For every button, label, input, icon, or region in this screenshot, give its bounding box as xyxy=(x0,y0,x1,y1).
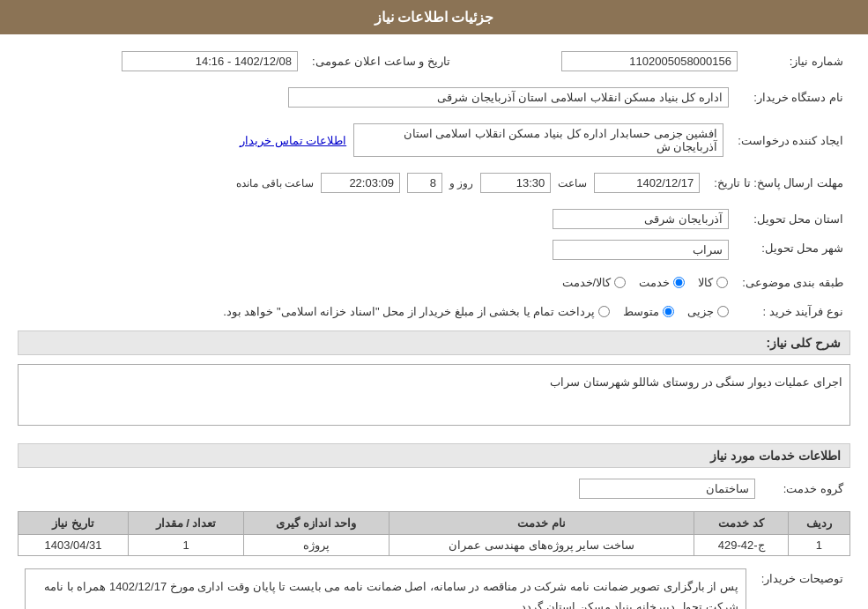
radio-motevaset[interactable]: متوسط xyxy=(623,305,674,318)
page-header: جزئیات اطلاعات نیاز xyxy=(0,0,868,34)
saat-value: 13:30 xyxy=(480,173,551,193)
rooz-label: روز و xyxy=(449,177,473,189)
col-tedad: تعداد / مقدار xyxy=(129,512,244,535)
sharh-section-title: شرح کلی نیاز: xyxy=(18,330,850,355)
grooh-label: گروه خدمت: xyxy=(762,475,850,502)
cell-vahed: پروژه xyxy=(243,535,389,556)
ettelaat-tamas-link[interactable]: اطلاعات تماس خریدار xyxy=(240,134,346,147)
sharh-value: اجرای عملیات دیوار سنگی در روستای شاللو … xyxy=(18,364,850,426)
col-radif: ردیف xyxy=(788,512,849,535)
cell-kod: ج-42-429 xyxy=(694,535,788,556)
shahr-value: سراب xyxy=(553,240,729,260)
ijad-konande-value: افشین جزمی حسابدار اداره کل بنیاد مسکن ا… xyxy=(353,123,723,157)
shomare-niaz-label: شماره نیاز: xyxy=(745,48,850,75)
grooh-value: ساختمان xyxy=(579,479,755,499)
baqi-label: ساعت باقی مانده xyxy=(236,177,314,189)
radio-jozii[interactable]: جزیی xyxy=(687,305,729,318)
ostan-label: استان محل تحویل: xyxy=(736,205,850,233)
mohlat-label: مهلت ارسال پاسخ: تا تاریخ: xyxy=(707,169,850,197)
rooz-value: 8 xyxy=(407,173,442,193)
tarikh-elaan-value: 1402/12/08 - 14:16 xyxy=(122,51,298,71)
radio-kala[interactable]: کالا xyxy=(698,276,728,289)
ostan-value: آذربایجان شرقی xyxy=(553,209,729,229)
tabaqe-label: طبقه بندی موضوعی: xyxy=(735,272,850,293)
ijad-konande-label: ایجاد کننده درخواست: xyxy=(731,120,850,160)
shahr-label: شهر محل تحویل: xyxy=(736,233,850,264)
khadamat-section-title: اطلاعات خدمات مورد نیاز xyxy=(18,443,850,468)
col-nam: نام خدمت xyxy=(389,512,694,535)
radio-kala-khedmat[interactable]: کالا/خدمت xyxy=(562,276,627,289)
radio-khedmat[interactable]: خدمت xyxy=(639,276,685,289)
tarikh-value: 1402/12/17 xyxy=(594,173,700,193)
tarikh-elaan-label: تاریخ و ساعت اعلان عمومی: xyxy=(305,48,457,75)
nam-dastgah-value: اداره کل بنیاد مسکن انقلاب اسلامی استان … xyxy=(288,87,729,108)
services-table: ردیف کد خدمت نام خدمت واحد اندازه گیری ت… xyxy=(18,511,850,556)
cell-nam: ساخت سایر پروژه‌های مهندسی عمران xyxy=(389,535,694,556)
col-kod: کد خدمت xyxy=(694,512,788,535)
tosihaat-value: پس از بارگزاری تصویر ضمانت نامه شرکت در … xyxy=(25,568,746,609)
col-tarikh: تاریخ نیاز xyxy=(19,512,129,535)
tosihaat-label: توصیحات خریدار: xyxy=(753,565,850,609)
page-title: جزئیات اطلاعات نیاز xyxy=(375,10,494,25)
radio-pardakht: پرداخت تمام یا بخشی از مبلغ خریدار از مح… xyxy=(223,305,610,318)
shomare-niaz-value: 1102005058000156 xyxy=(561,51,738,71)
cell-tedad: 1 xyxy=(129,535,244,556)
cell-radif: 1 xyxy=(788,535,849,556)
saat-label: ساعت xyxy=(558,177,587,189)
nooe-farayand-label: نوع فرآیند خرید : xyxy=(736,301,850,322)
col-vahed: واحد اندازه گیری xyxy=(243,512,389,535)
baqi-value: 22:03:09 xyxy=(321,173,400,193)
table-row: 1ج-42-429ساخت سایر پروژه‌های مهندسی عمرا… xyxy=(19,535,850,556)
nam-dastgah-label: نام دستگاه خریدار: xyxy=(736,84,850,111)
cell-tarikh: 1403/04/31 xyxy=(19,535,129,556)
